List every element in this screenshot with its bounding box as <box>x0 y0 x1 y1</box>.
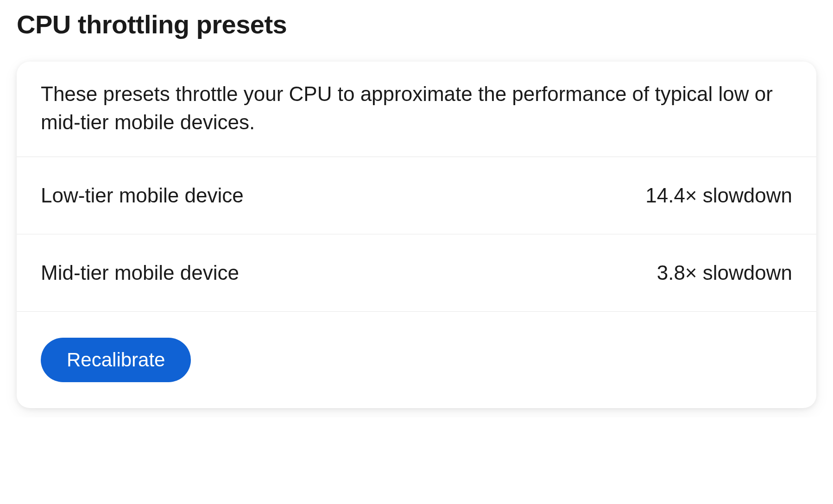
card-description: These presets throttle your CPU to appro… <box>17 62 816 157</box>
preset-value: 14.4× slowdown <box>645 184 792 207</box>
preset-row-mid-tier: Mid-tier mobile device 3.8× slowdown <box>17 234 816 312</box>
preset-value: 3.8× slowdown <box>657 261 792 284</box>
preset-row-low-tier: Low-tier mobile device 14.4× slowdown <box>17 157 816 234</box>
presets-card: These presets throttle your CPU to appro… <box>17 62 816 408</box>
recalibrate-button[interactable]: Recalibrate <box>41 338 191 382</box>
preset-name: Low-tier mobile device <box>41 184 244 207</box>
section-title: CPU throttling presets <box>17 9 816 39</box>
preset-name: Mid-tier mobile device <box>41 261 239 284</box>
card-footer: Recalibrate <box>17 312 816 408</box>
